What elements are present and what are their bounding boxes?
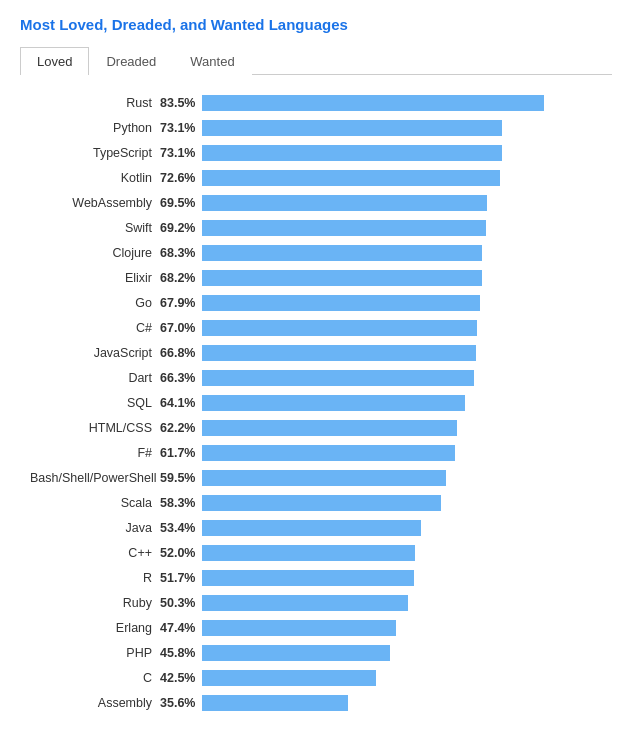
- bar-fill: [202, 570, 414, 586]
- pct-label: 67.0%: [160, 321, 202, 335]
- pct-label: 68.2%: [160, 271, 202, 285]
- chart-row: R51.7%: [30, 568, 612, 588]
- bar-fill: [202, 270, 482, 286]
- lang-label: R: [30, 571, 160, 585]
- pct-label: 62.2%: [160, 421, 202, 435]
- bar-track: [202, 95, 612, 111]
- chart-row: Ruby50.3%: [30, 593, 612, 613]
- bar-track: [202, 545, 612, 561]
- bar-track: [202, 295, 612, 311]
- lang-label: Kotlin: [30, 171, 160, 185]
- lang-label: TypeScript: [30, 146, 160, 160]
- bar-track: [202, 670, 612, 686]
- bar-track: [202, 145, 612, 161]
- lang-label: Rust: [30, 96, 160, 110]
- bar-fill: [202, 320, 477, 336]
- bar-track: [202, 195, 612, 211]
- bar-fill: [202, 95, 544, 111]
- pct-label: 83.5%: [160, 96, 202, 110]
- pct-label: 51.7%: [160, 571, 202, 585]
- lang-label: Assembly: [30, 696, 160, 710]
- lang-label: Clojure: [30, 246, 160, 260]
- pct-label: 73.1%: [160, 121, 202, 135]
- bar-fill: [202, 420, 457, 436]
- bar-fill: [202, 295, 480, 311]
- bar-fill: [202, 395, 465, 411]
- bar-track: [202, 595, 612, 611]
- lang-label: Go: [30, 296, 160, 310]
- bar-track: [202, 495, 612, 511]
- bar-track: [202, 420, 612, 436]
- bar-track: [202, 320, 612, 336]
- bar-fill: [202, 220, 486, 236]
- bar-fill: [202, 145, 502, 161]
- pct-label: 58.3%: [160, 496, 202, 510]
- chart-row: JavaScript66.8%: [30, 343, 612, 363]
- bar-fill: [202, 645, 390, 661]
- pct-label: 67.9%: [160, 296, 202, 310]
- lang-label: Elixir: [30, 271, 160, 285]
- pct-label: 53.4%: [160, 521, 202, 535]
- lang-label: Python: [30, 121, 160, 135]
- chart-row: Erlang47.4%: [30, 618, 612, 638]
- chart-row: Python73.1%: [30, 118, 612, 138]
- chart-row: Kotlin72.6%: [30, 168, 612, 188]
- lang-label: Scala: [30, 496, 160, 510]
- pct-label: 47.4%: [160, 621, 202, 635]
- bar-fill: [202, 370, 474, 386]
- bar-track: [202, 645, 612, 661]
- pct-label: 59.5%: [160, 471, 202, 485]
- chart: Rust83.5%Python73.1%TypeScript73.1%Kotli…: [20, 93, 612, 713]
- bar-fill: [202, 170, 500, 186]
- chart-row: Elixir68.2%: [30, 268, 612, 288]
- chart-row: HTML/CSS62.2%: [30, 418, 612, 438]
- bar-track: [202, 395, 612, 411]
- lang-label: JavaScript: [30, 346, 160, 360]
- lang-label: C#: [30, 321, 160, 335]
- bar-fill: [202, 120, 502, 136]
- pct-label: 42.5%: [160, 671, 202, 685]
- bar-track: [202, 220, 612, 236]
- pct-label: 52.0%: [160, 546, 202, 560]
- lang-label: Bash/Shell/PowerShell: [30, 471, 160, 485]
- chart-row: C42.5%: [30, 668, 612, 688]
- chart-row: Rust83.5%: [30, 93, 612, 113]
- chart-row: Swift69.2%: [30, 218, 612, 238]
- lang-label: Dart: [30, 371, 160, 385]
- bar-track: [202, 270, 612, 286]
- tab-loved[interactable]: Loved: [20, 47, 89, 75]
- lang-label: F#: [30, 446, 160, 460]
- pct-label: 66.8%: [160, 346, 202, 360]
- lang-label: C: [30, 671, 160, 685]
- bar-fill: [202, 620, 396, 636]
- bar-track: [202, 470, 612, 486]
- tab-dreaded[interactable]: Dreaded: [89, 47, 173, 75]
- bar-track: [202, 570, 612, 586]
- chart-row: PHP45.8%: [30, 643, 612, 663]
- lang-label: C++: [30, 546, 160, 560]
- pct-label: 50.3%: [160, 596, 202, 610]
- bar-fill: [202, 445, 455, 461]
- bar-track: [202, 120, 612, 136]
- bar-track: [202, 695, 612, 711]
- pct-label: 35.6%: [160, 696, 202, 710]
- chart-row: C++52.0%: [30, 543, 612, 563]
- chart-row: Assembly35.6%: [30, 693, 612, 713]
- chart-row: Go67.9%: [30, 293, 612, 313]
- chart-row: F#61.7%: [30, 443, 612, 463]
- pct-label: 61.7%: [160, 446, 202, 460]
- lang-label: Swift: [30, 221, 160, 235]
- lang-label: PHP: [30, 646, 160, 660]
- bar-fill: [202, 670, 376, 686]
- tab-wanted[interactable]: Wanted: [173, 47, 251, 75]
- pct-label: 72.6%: [160, 171, 202, 185]
- pct-label: 69.2%: [160, 221, 202, 235]
- pct-label: 45.8%: [160, 646, 202, 660]
- lang-label: SQL: [30, 396, 160, 410]
- bar-fill: [202, 345, 476, 361]
- bar-track: [202, 345, 612, 361]
- pct-label: 66.3%: [160, 371, 202, 385]
- pct-label: 69.5%: [160, 196, 202, 210]
- chart-row: Scala58.3%: [30, 493, 612, 513]
- bar-track: [202, 620, 612, 636]
